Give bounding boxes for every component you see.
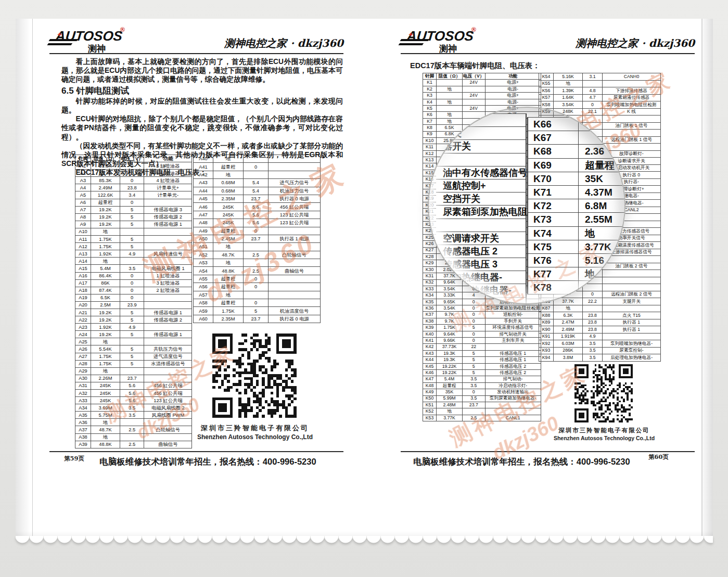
cell (463, 266, 486, 273)
table-row: K7地 (423, 118, 541, 124)
cell: 1.919K (554, 333, 583, 340)
cell (539, 228, 554, 235)
cell: 9.7K (437, 312, 463, 318)
cell: A43 (194, 179, 213, 187)
cell (539, 122, 554, 130)
cell: 1.75K (91, 360, 120, 367)
cell: 5 (120, 353, 144, 360)
table-row: K583.54K0泵到喷嘴加热电阻丝检测 (539, 101, 661, 109)
cell: 0 (120, 294, 144, 301)
table-row: K4619.22K5传感器电压 2 (423, 369, 541, 376)
cell: 上游排温传感器信号 (603, 249, 661, 256)
cell: A8 (75, 213, 91, 221)
table-row: A196.5K0 (75, 294, 192, 301)
cell (583, 186, 603, 193)
cell: 5 (120, 309, 144, 316)
cell (583, 221, 603, 228)
cell (539, 235, 554, 242)
cell (583, 144, 603, 151)
cell (437, 170, 463, 176)
cell: A47 (194, 211, 213, 219)
cell: A27 (75, 353, 91, 360)
table-row: K379.7K0巡航控制- (423, 312, 541, 318)
cell (539, 291, 554, 298)
cell: A23 (75, 324, 91, 331)
cell (583, 242, 603, 249)
cell: 0 (463, 279, 486, 286)
cell: 5.6 (244, 219, 269, 227)
cell: 超量程 (213, 275, 244, 283)
cell: K37 (423, 312, 437, 318)
table-row: K285. (423, 253, 541, 260)
table-row: A48245K5.6123 缸公共端 (194, 219, 321, 227)
table-row: 执行器- (539, 178, 661, 186)
cell: 19.2K (91, 221, 120, 228)
cell: 超量程 (213, 283, 244, 291)
cell: K44 (423, 357, 437, 363)
cell: 电源+ (485, 80, 541, 86)
cell (583, 214, 603, 221)
cell: 0 (463, 286, 486, 292)
cell: 123 缸公共端 (144, 397, 192, 404)
cell (539, 242, 554, 249)
cell: A3 (75, 177, 91, 184)
table-row: K359.65K0启动开关 T50 (423, 299, 541, 305)
cell: A46 (194, 203, 213, 211)
cell (583, 284, 603, 291)
table-row: A385.3K04 缸喷油器 (75, 177, 192, 184)
cell: 共轨压力信号 (144, 345, 192, 353)
table-row: A36地 (75, 419, 192, 426)
cell: 2.49M (554, 326, 583, 334)
cell (463, 196, 486, 202)
cell (583, 158, 603, 165)
cell: 超量程 (91, 199, 120, 206)
cell: K48 (423, 382, 437, 389)
cell: K30 (423, 266, 437, 273)
table-row: A602.35M23.7执行器 0 电源 (194, 315, 321, 323)
cell: 执行器 0 (603, 172, 661, 179)
cell: K14 (423, 163, 437, 170)
cell: A6 (75, 199, 91, 206)
table-row: A591.75K5机油温度信号 (194, 307, 321, 315)
cell: A55 (194, 275, 213, 283)
cell: K23 (423, 221, 437, 227)
table-row: K96.8K (423, 131, 541, 137)
cell: A15 (75, 265, 91, 272)
cell: 超量程 (213, 299, 244, 307)
cell: 0.68M (213, 179, 244, 187)
cell (583, 172, 603, 179)
body-text-block: 看上面故障码，基本上就确定要检测的方向了，首先是排除ECU外围功能模块的问题，那… (61, 57, 343, 177)
cell: 0 (120, 279, 144, 287)
cell: 3.5 (583, 347, 603, 354)
cell: A5 (75, 191, 91, 199)
cell: 5.75M (91, 412, 120, 419)
cell: 3.4 (120, 191, 144, 199)
cell: A14 (75, 258, 91, 265)
cell: A44 (194, 187, 213, 195)
cell: 3.69M (91, 404, 120, 412)
cell: 2 缸喷油器 (144, 287, 192, 294)
cell: 机油压力信号 (269, 187, 321, 195)
table-caption: EDC17版本车辆端针脚电阻、电压表： (410, 61, 540, 71)
cell: 456 缸公共端 (144, 390, 192, 397)
table-row: K409.64K0排气制动开关 (423, 331, 541, 337)
cell: 24V (463, 80, 486, 86)
cell: K24 (423, 228, 437, 234)
cell: 地 (437, 86, 463, 92)
cell (603, 284, 661, 291)
table-row: K23 (423, 221, 541, 227)
cell: A13 (75, 250, 91, 258)
table-row: A5248.7K2.5凸轮轴信号 (194, 251, 321, 259)
registered-mark-icon: ® (120, 26, 125, 33)
cell: 2.5 (244, 251, 269, 259)
table-row: A2119.2K5传感器电源 1 (75, 309, 192, 316)
cell: 23.8 (583, 319, 603, 326)
table-row: K19 (423, 196, 541, 202)
cell: A35 (75, 412, 91, 419)
cell (144, 301, 192, 309)
cell: 1.39K (554, 87, 583, 95)
cell: 0 (120, 287, 144, 294)
cell: A33 (75, 397, 91, 404)
table-row: A1786K03 缸喷油器 (75, 279, 192, 287)
cell (144, 228, 192, 235)
